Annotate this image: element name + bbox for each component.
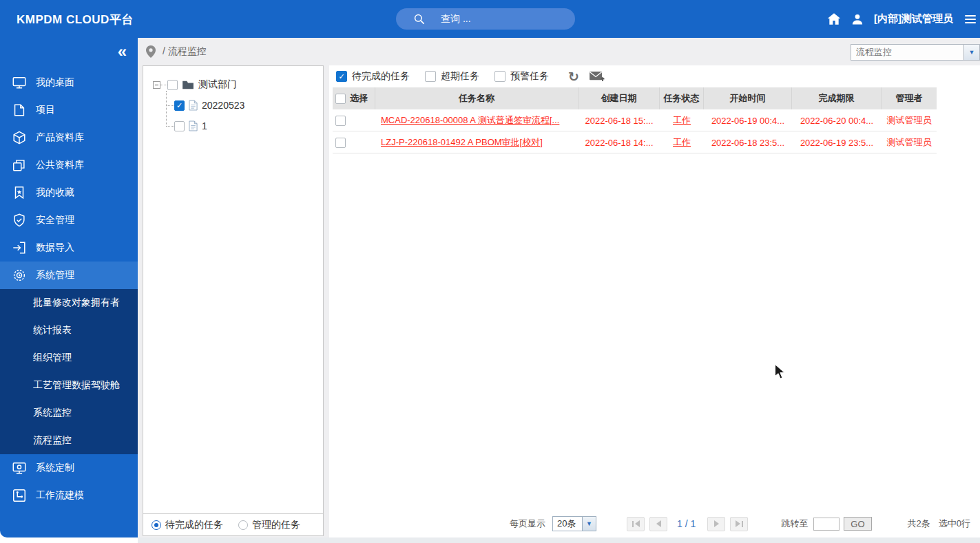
tree-node-label[interactable]: 1 bbox=[202, 120, 207, 131]
submenu-item-statistics-report[interactable]: 统计报表 bbox=[0, 317, 138, 344]
sidebar-item-label: 数据导入 bbox=[36, 242, 74, 254]
chevron-down-icon[interactable] bbox=[963, 45, 979, 60]
sidebar-item-system-custom[interactable]: 系统定制 bbox=[0, 454, 138, 482]
filter-pending-tasks[interactable]: 待完成的任务 bbox=[336, 70, 410, 83]
sidebar-item-favorites[interactable]: 我的收藏 bbox=[0, 179, 138, 206]
task-list-panel: 待完成的任务 超期任务 预警任务 ↻ bbox=[329, 65, 980, 537]
task-name-link[interactable]: MCAD-220618-00008 A 测试普通签审流程[... bbox=[381, 114, 559, 127]
column-header-deadline: 完成期限 bbox=[792, 87, 882, 109]
submenu-item-org-management[interactable]: 组织管理 bbox=[0, 344, 138, 372]
chevron-down-icon[interactable] bbox=[582, 517, 596, 531]
select-all-checkbox[interactable] bbox=[335, 94, 346, 104]
location-pin-icon bbox=[146, 45, 156, 58]
checkbox-icon[interactable] bbox=[336, 71, 347, 82]
per-page-select[interactable]: 20条 bbox=[552, 516, 596, 531]
row-checkbox[interactable] bbox=[335, 116, 346, 126]
tree-root-checkbox[interactable] bbox=[167, 80, 178, 90]
task-deadline: 2022-06-19 23:5... bbox=[792, 131, 882, 153]
global-search-input[interactable]: 查询 ... bbox=[396, 8, 575, 30]
favorites-icon bbox=[12, 185, 27, 200]
filter-warning-tasks[interactable]: 预警任务 bbox=[494, 70, 549, 83]
breadcrumb-bar: / 流程监控 流程监控 bbox=[138, 38, 980, 65]
jump-page-input[interactable] bbox=[813, 518, 840, 531]
sidebar-item-data-import[interactable]: 数据导入 bbox=[0, 234, 138, 262]
task-deadline: 2022-06-20 00:4... bbox=[792, 109, 882, 131]
sidebar-item-product-library[interactable]: 产品资料库 bbox=[0, 124, 138, 151]
bottom-scroll-strip bbox=[138, 537, 980, 543]
sidebar-item-label: 我的收藏 bbox=[36, 187, 74, 199]
per-page-value: 20条 bbox=[553, 518, 582, 530]
sidebar-item-projects[interactable]: 项目 bbox=[0, 96, 138, 124]
next-page-button[interactable] bbox=[707, 517, 725, 531]
search-placeholder: 查询 ... bbox=[441, 13, 471, 25]
sidebar-item-label: 项目 bbox=[36, 104, 55, 116]
view-select[interactable]: 流程监控 bbox=[851, 44, 980, 61]
row-checkbox[interactable] bbox=[335, 138, 346, 148]
selected-count: 选中0行 bbox=[939, 518, 970, 530]
task-manager: 测试管理员 bbox=[882, 109, 937, 131]
filter-overdue-tasks[interactable]: 超期任务 bbox=[425, 70, 479, 83]
table-header-row: 选择 任务名称 创建日期 任务状态 开始时间 完成期限 管理者 bbox=[333, 87, 937, 109]
sidebar-item-security[interactable]: 安全管理 bbox=[0, 206, 138, 234]
last-page-button[interactable] bbox=[730, 517, 748, 531]
send-mail-icon[interactable] bbox=[589, 70, 605, 83]
tree-connector bbox=[166, 126, 174, 127]
sidebar-item-my-desktop[interactable]: 我的桌面 bbox=[0, 69, 138, 96]
task-status-link[interactable]: 工作 bbox=[673, 114, 691, 127]
submenu-item-process-monitor[interactable]: 流程监控 bbox=[0, 427, 138, 454]
sidebar-item-system-admin[interactable]: 系统管理 bbox=[0, 262, 138, 289]
radio-pending-tasks[interactable]: 待完成的任务 bbox=[152, 519, 223, 531]
task-created-date: 2022-06-18 14:... bbox=[578, 131, 660, 153]
checkbox-icon[interactable] bbox=[425, 71, 436, 82]
sidebar-item-workflow-modeling[interactable]: 工作流建模 bbox=[0, 482, 138, 509]
pagination-bar: 每页显示 20条 1 / 1 跳转至 GO 共2条 选中0行 bbox=[329, 511, 980, 536]
task-status-link[interactable]: 工作 bbox=[673, 136, 691, 149]
sidebar-item-public-library[interactable]: 公共资料库 bbox=[0, 151, 138, 179]
task-mode-switch: 待完成的任务 管理的任务 bbox=[143, 513, 323, 535]
user-icon[interactable] bbox=[851, 13, 864, 25]
workflow-icon bbox=[12, 488, 27, 503]
public-library-icon bbox=[12, 158, 27, 173]
tree-node-label[interactable]: 20220523 bbox=[202, 100, 244, 111]
refresh-icon[interactable]: ↻ bbox=[568, 70, 579, 83]
tree-node-root: 测试部门 bbox=[153, 74, 323, 95]
radio-managed-tasks[interactable]: 管理的任务 bbox=[238, 519, 300, 531]
submenu-item-batch-modify-owner[interactable]: 批量修改对象拥有者 bbox=[0, 289, 138, 317]
department-tree-panel: 测试部门 20220523 bbox=[143, 65, 324, 536]
filter-label: 预警任务 bbox=[510, 70, 549, 83]
submenu-item-system-monitor[interactable]: 系统监控 bbox=[0, 399, 138, 427]
product-library-icon bbox=[12, 130, 27, 145]
checkbox-icon[interactable] bbox=[494, 71, 505, 82]
column-header-status: 任务状态 bbox=[660, 87, 704, 109]
desktop-icon bbox=[12, 75, 27, 90]
per-page-label: 每页显示 bbox=[510, 518, 545, 530]
sidebar-item-label: 安全管理 bbox=[36, 214, 74, 226]
prev-page-button[interactable] bbox=[649, 517, 667, 531]
table-row: MCAD-220618-00008 A 测试普通签审流程[... 2022-06… bbox=[333, 109, 937, 131]
task-name-link[interactable]: LZJ-P-220618-01492 A PBOM审批[校对] bbox=[381, 136, 543, 149]
table-row: LZJ-P-220618-01492 A PBOM审批[校对] 2022-06-… bbox=[333, 131, 937, 153]
page-indicator: 1 / 1 bbox=[677, 518, 696, 529]
tree-collapse-toggle[interactable] bbox=[153, 81, 160, 89]
document-icon bbox=[189, 120, 198, 131]
go-button[interactable]: GO bbox=[844, 517, 871, 531]
home-icon[interactable] bbox=[827, 12, 841, 25]
menu-icon[interactable] bbox=[965, 15, 976, 23]
first-page-button[interactable] bbox=[627, 517, 645, 531]
sidebar-item-label: 产品资料库 bbox=[36, 131, 84, 144]
project-icon bbox=[12, 103, 27, 118]
task-created-date: 2022-06-18 15:... bbox=[578, 109, 660, 131]
tree-child-checkbox[interactable] bbox=[174, 121, 185, 131]
tree-node-label[interactable]: 测试部门 bbox=[198, 78, 237, 91]
tree-node-1: 1 bbox=[166, 116, 323, 136]
collapse-sidebar-button[interactable]: « bbox=[118, 42, 127, 61]
system-admin-submenu: 批量修改对象拥有者 统计报表 组织管理 工艺管理数据驾驶舱 系统监控 流程监控 bbox=[0, 289, 138, 454]
radio-icon bbox=[152, 520, 161, 530]
submenu-item-process-data-cockpit[interactable]: 工艺管理数据驾驶舱 bbox=[0, 372, 138, 399]
task-filter-row: 待完成的任务 超期任务 预警任务 ↻ bbox=[329, 65, 980, 87]
view-select-value: 流程监控 bbox=[851, 46, 963, 58]
tree-child-checkbox[interactable] bbox=[174, 100, 185, 111]
folder-icon bbox=[182, 80, 194, 89]
jump-to-label: 跳转至 bbox=[781, 518, 808, 530]
task-start-time: 2022-06-19 00:4... bbox=[704, 109, 792, 131]
